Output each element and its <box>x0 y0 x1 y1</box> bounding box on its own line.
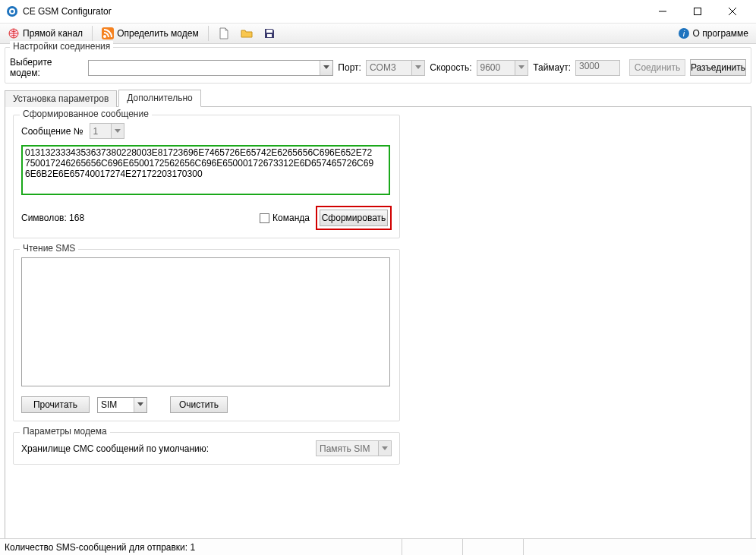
modem-params-legend: Параметры модема <box>20 426 110 437</box>
connection-legend: Настройки соединения <box>10 41 113 52</box>
command-label: Команда <box>272 213 310 223</box>
detect-modem-label: Определить модем <box>117 28 199 39</box>
open-file-button[interactable] <box>238 26 256 41</box>
select-modem-label: Выберите модем: <box>10 57 83 78</box>
formed-message-group: Сформированное сообщение Сообщение № 1 С… <box>13 115 400 238</box>
speed-combo[interactable]: 9600 <box>477 60 529 76</box>
globe-icon <box>8 27 20 39</box>
svg-rect-2 <box>695 8 701 15</box>
chevron-down-icon <box>378 441 391 456</box>
status-cell-2 <box>402 539 463 555</box>
rss-icon <box>102 27 114 39</box>
save-button[interactable] <box>260 26 279 41</box>
disconnect-button[interactable]: Разъединить <box>690 59 746 76</box>
tab-extra[interactable]: Дополнительно <box>118 90 200 107</box>
status-cell-3 <box>463 539 524 555</box>
message-no-combo[interactable]: 1 <box>90 123 124 139</box>
highlight-red: Сформировать <box>316 206 392 230</box>
connect-button[interactable]: Соединить <box>629 59 685 76</box>
chevron-down-icon <box>320 61 332 75</box>
close-button[interactable] <box>715 0 750 23</box>
modem-combo[interactable] <box>88 60 334 76</box>
tab-params[interactable]: Установка параметров <box>5 90 117 107</box>
connection-group: Настройки соединения Выберите модем: Пор… <box>5 47 751 84</box>
toolbar: Прямой канал Определить модем i О програ… <box>0 23 756 44</box>
status-bar: Количество SMS-сообщений для отправки: 1 <box>0 538 756 555</box>
detect-modem-button[interactable]: Определить модем <box>99 26 202 41</box>
file-icon <box>218 27 230 39</box>
status-text: Количество SMS-сообщений для отправки: 1 <box>0 539 402 555</box>
timeout-label: Таймаут: <box>533 62 571 73</box>
message-no-value: 1 <box>90 126 111 137</box>
about-button[interactable]: i О программе <box>675 26 751 41</box>
message-no-label: Сообщение № <box>21 126 83 137</box>
tab-bar: Установка параметров Дополнительно <box>5 90 751 106</box>
clear-button[interactable]: Очистить <box>170 396 228 413</box>
default-storage-value: Память SIM <box>317 443 378 454</box>
direct-channel-label: Прямой канал <box>23 28 83 39</box>
maximize-button[interactable] <box>680 0 715 23</box>
info-icon: i <box>678 27 690 39</box>
app-icon <box>6 5 18 17</box>
read-storage-value: SIM <box>98 399 134 410</box>
new-file-button[interactable] <box>215 26 233 41</box>
save-icon <box>263 27 276 39</box>
svg-rect-8 <box>266 30 272 33</box>
chevron-down-icon <box>111 124 124 138</box>
svg-rect-9 <box>267 34 272 37</box>
storage-label: Хранилище СМС сообщений по умолчанию: <box>21 443 209 454</box>
form-button[interactable]: Сформировать <box>320 210 388 226</box>
port-label: Порт: <box>338 62 361 73</box>
window-title: CE GSM Configurator <box>23 6 112 17</box>
sms-textarea[interactable] <box>21 257 390 386</box>
minimize-button[interactable] <box>645 0 680 23</box>
speed-value: 9600 <box>477 62 515 73</box>
port-combo[interactable]: COM3 <box>366 60 425 76</box>
svg-point-7 <box>103 35 106 38</box>
formed-message-legend: Сформированное сообщение <box>20 109 152 119</box>
read-sms-group: Чтение SMS Прочитать SIM Очистить <box>13 249 400 421</box>
svg-rect-6 <box>102 27 114 39</box>
port-value: COM3 <box>367 62 411 73</box>
modem-params-group: Параметры модема Хранилище СМС сообщений… <box>13 432 400 465</box>
svg-point-0 <box>7 6 17 17</box>
direct-channel-button[interactable]: Прямой канал <box>5 26 86 41</box>
chevron-down-icon <box>411 61 424 75</box>
message-textarea[interactable] <box>21 145 390 195</box>
folder-open-icon <box>241 27 253 39</box>
chevron-down-icon <box>134 398 146 412</box>
chevron-down-icon <box>515 61 528 75</box>
speed-label: Скорость: <box>430 62 471 73</box>
about-label: О программе <box>693 28 748 39</box>
chars-label: Символов: 168 <box>21 213 84 223</box>
tab-page-extra: Сформированное сообщение Сообщение № 1 С… <box>5 106 751 555</box>
timeout-field[interactable]: 3000 <box>575 60 620 76</box>
checkbox-box <box>260 213 269 223</box>
read-sms-legend: Чтение SMS <box>20 243 78 254</box>
default-storage-combo[interactable]: Память SIM <box>316 440 392 456</box>
command-checkbox[interactable]: Команда <box>260 213 310 223</box>
title-bar: CE GSM Configurator <box>0 0 756 23</box>
read-button[interactable]: Прочитать <box>21 396 90 413</box>
read-storage-combo[interactable]: SIM <box>97 397 147 413</box>
